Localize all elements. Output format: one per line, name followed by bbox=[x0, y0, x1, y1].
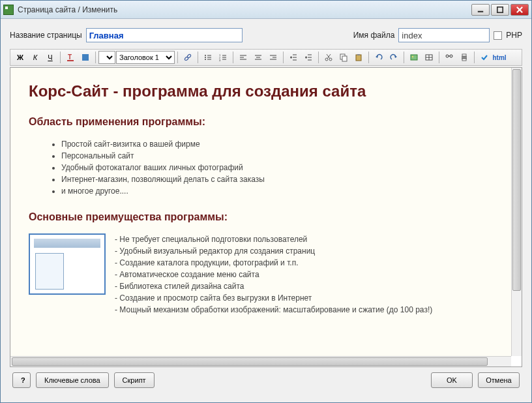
check-button[interactable] bbox=[477, 50, 492, 65]
script-button[interactable]: Скрипт bbox=[114, 372, 155, 388]
page-name-label: Название страницы bbox=[10, 31, 82, 40]
list-numbered-button[interactable]: 123 bbox=[216, 50, 230, 65]
underline-button[interactable]: Ч bbox=[43, 50, 57, 65]
table-button[interactable] bbox=[422, 50, 436, 65]
list-item: - Удобный визуальный редактор для создан… bbox=[115, 245, 432, 257]
svg-rect-6 bbox=[82, 54, 89, 61]
advantages-list: - Не требует специальной подготовки поль… bbox=[115, 233, 432, 316]
svg-point-13 bbox=[205, 59, 206, 60]
list-item: - Создание и просмотр сайта без выгрузки… bbox=[115, 292, 432, 304]
align-right-button[interactable] bbox=[266, 50, 280, 65]
horizontal-scrollbar[interactable] bbox=[10, 356, 511, 366]
svg-rect-59 bbox=[462, 54, 466, 56]
svg-rect-5 bbox=[67, 60, 74, 61]
list-item: - Библиотека стилей дизайна сайта bbox=[115, 280, 432, 292]
list-item: - Автоматическое создание меню сайта bbox=[115, 269, 432, 280]
svg-rect-47 bbox=[357, 54, 360, 55]
svg-point-51 bbox=[412, 56, 413, 57]
redo-button[interactable] bbox=[387, 50, 401, 65]
image-button[interactable] bbox=[407, 50, 421, 65]
maximize-button[interactable] bbox=[491, 4, 509, 16]
php-label: PHP bbox=[506, 31, 522, 40]
svg-rect-45 bbox=[342, 56, 347, 61]
footer-buttons: ? Ключевые слова Скрипт OK Отмена bbox=[10, 367, 522, 393]
fields-row: Название страницы Имя файла PHP bbox=[10, 28, 522, 42]
content-h2-scope: Область применения программы: bbox=[29, 116, 493, 128]
file-name-label: Имя файла bbox=[353, 31, 395, 40]
php-checkbox[interactable] bbox=[494, 31, 502, 40]
window: Страница сайта / Изменить Название стран… bbox=[0, 0, 532, 403]
list-item: Удобный фотокаталог ваших личных фотогра… bbox=[61, 162, 493, 173]
style-select[interactable] bbox=[98, 51, 115, 64]
vertical-scrollbar[interactable] bbox=[511, 68, 522, 356]
vertical-scroll-thumb[interactable] bbox=[512, 69, 521, 291]
italic-button[interactable]: К bbox=[28, 50, 42, 65]
content-h1: Корс-Сайт - программа для создания сайта bbox=[29, 82, 493, 100]
list-item: - Не требует специальной подготовки поль… bbox=[115, 233, 432, 245]
list-item: - Создание каталога продукции, фотографи… bbox=[115, 257, 432, 269]
print-button[interactable] bbox=[457, 50, 471, 65]
minimize-button[interactable] bbox=[471, 4, 490, 16]
content-h2-advantages: Основные преимущества программы: bbox=[29, 211, 493, 223]
font-color-button[interactable]: T bbox=[63, 50, 78, 65]
find-button[interactable] bbox=[442, 50, 456, 65]
help-button[interactable]: ? bbox=[12, 372, 31, 388]
svg-marker-32 bbox=[290, 57, 292, 59]
svg-text:T: T bbox=[68, 53, 72, 61]
html-button[interactable]: html bbox=[492, 50, 507, 65]
svg-point-9 bbox=[205, 55, 206, 56]
editor-body[interactable]: Корс-Сайт - программа для создания сайта… bbox=[10, 68, 511, 356]
scope-list: Простой сайт-визитка о вашей фирме Персо… bbox=[61, 138, 493, 197]
link-button[interactable] bbox=[181, 50, 195, 65]
page-name-input[interactable] bbox=[86, 28, 243, 42]
align-left-button[interactable] bbox=[236, 50, 250, 65]
svg-marker-37 bbox=[305, 57, 307, 59]
undo-button[interactable] bbox=[372, 50, 386, 65]
svg-rect-50 bbox=[411, 55, 417, 60]
editor-toolbar: Ж К Ч T Заголовок 1 123 bbox=[10, 49, 522, 66]
thumbnail-image bbox=[29, 233, 106, 295]
paste-button[interactable] bbox=[351, 50, 366, 65]
app-icon bbox=[3, 5, 14, 15]
list-item: и многое другое.... bbox=[61, 185, 493, 197]
list-item: Интернет-магазин, позволяющий делать с с… bbox=[61, 173, 493, 185]
list-item: Простой сайт-визитка о вашей фирме bbox=[61, 138, 493, 150]
copy-button[interactable] bbox=[336, 50, 351, 65]
svg-point-55 bbox=[446, 55, 449, 57]
svg-marker-31 bbox=[290, 56, 292, 57]
close-button[interactable] bbox=[510, 4, 529, 16]
svg-point-11 bbox=[205, 57, 206, 58]
outdent-button[interactable] bbox=[286, 50, 301, 65]
horizontal-scroll-thumb[interactable] bbox=[12, 357, 488, 366]
svg-point-56 bbox=[450, 55, 452, 57]
list-item: Персональный сайт bbox=[61, 150, 493, 162]
svg-rect-60 bbox=[462, 59, 466, 61]
svg-rect-1 bbox=[497, 7, 503, 12]
bg-color-button[interactable] bbox=[78, 50, 93, 65]
svg-text:3: 3 bbox=[219, 59, 221, 62]
list-item: - Мощный механизм обработки изображений:… bbox=[115, 304, 432, 316]
svg-point-7 bbox=[184, 57, 188, 61]
svg-marker-36 bbox=[305, 56, 307, 57]
indent-button[interactable] bbox=[301, 50, 316, 65]
keywords-button[interactable]: Ключевые слова bbox=[36, 372, 109, 388]
svg-point-8 bbox=[186, 54, 191, 59]
ok-button[interactable]: OK bbox=[431, 372, 473, 388]
titlebar[interactable]: Страница сайта / Изменить bbox=[1, 1, 531, 19]
window-title: Страница сайта / Изменить bbox=[18, 5, 471, 14]
bold-button[interactable]: Ж bbox=[13, 50, 27, 65]
advantages-row: - Не требует специальной подготовки поль… bbox=[29, 233, 493, 316]
align-center-button[interactable] bbox=[251, 50, 265, 65]
cut-button[interactable] bbox=[321, 50, 336, 65]
file-name-input[interactable] bbox=[398, 28, 490, 42]
svg-rect-46 bbox=[356, 55, 361, 61]
cancel-button[interactable]: Отмена bbox=[478, 372, 520, 388]
editor-container: Корс-Сайт - программа для создания сайта… bbox=[10, 67, 522, 367]
heading-select[interactable]: Заголовок 1 bbox=[116, 51, 175, 64]
window-controls bbox=[471, 4, 529, 16]
content-area: Название страницы Имя файла PHP Ж К Ч T … bbox=[1, 19, 531, 402]
list-bullets-button[interactable] bbox=[201, 50, 215, 65]
